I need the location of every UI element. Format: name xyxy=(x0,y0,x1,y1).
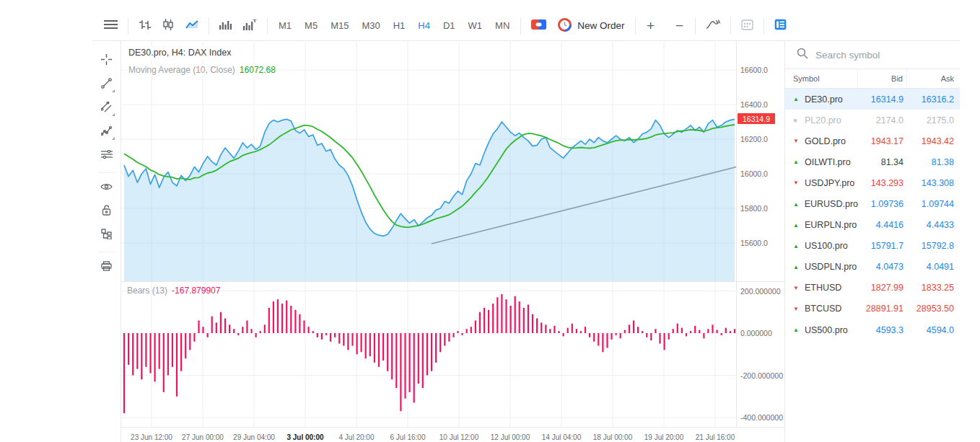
symbol-name: EURPLN.pro xyxy=(805,220,857,230)
bid-value: 1.09736 xyxy=(858,199,907,209)
watchlist-row-us500-pro[interactable]: ▲US500.pro4593.34594.0 xyxy=(785,319,960,340)
visibility-tool[interactable] xyxy=(96,177,118,198)
symbol-name: ETHUSD xyxy=(805,283,841,293)
market-watch-toggle-button[interactable] xyxy=(769,15,792,37)
watchlist-row-usdpln-pro[interactable]: ▲USDPLN.pro4.04734.0491 xyxy=(785,257,960,278)
panel-divider[interactable] xyxy=(121,281,784,282)
new-order-label: New Order xyxy=(577,20,624,31)
polyline-tool[interactable] xyxy=(96,121,118,143)
watchlist-row-usdjpy-pro[interactable]: ▼USDJPY.pro143.293143.308 xyxy=(785,172,960,193)
symbol-name: PL20.pro xyxy=(805,115,841,125)
bid-value: 81.34 xyxy=(858,157,907,167)
parallel-channel-tool[interactable] xyxy=(96,97,118,119)
timeframe-h1[interactable]: H1 xyxy=(387,15,412,37)
indicator-tick-label: -400.000000 xyxy=(740,413,783,422)
watchlist-row-gold-pro[interactable]: ▼GOLD.pro1943.171943.42 xyxy=(785,131,960,151)
lower-indicator-name: Bears (13) xyxy=(127,286,167,296)
lower-indicator-label: Bears (13)-167.879907 xyxy=(127,286,220,296)
ask-value: 143.308 xyxy=(907,178,960,188)
calendar-button[interactable] xyxy=(735,15,759,37)
symbol-name: OILWTI.pro xyxy=(805,157,851,167)
plus-icon: + xyxy=(647,19,655,32)
neutral-dot-icon: ● xyxy=(793,116,800,124)
main-chart-canvas[interactable] xyxy=(121,42,736,281)
trade-button[interactable] xyxy=(525,15,552,37)
objects-tree-tool[interactable] xyxy=(96,224,118,246)
current-price-tag: 16314.9 xyxy=(738,113,775,124)
drawing-tools-sidebar xyxy=(92,41,121,442)
new-order-button[interactable]: New Order xyxy=(552,15,630,37)
timeframe-mn[interactable]: MN xyxy=(489,15,516,37)
line-chart-type-button[interactable] xyxy=(180,15,204,37)
trade-icon xyxy=(531,19,546,32)
trading-app-window: M1M5M15M30H1H4D1W1MN New Order + − xyxy=(92,11,960,442)
symbol-name: EURUSD.pro xyxy=(805,199,858,209)
symbol-name: USDPLN.pro xyxy=(805,262,857,272)
print-tool[interactable] xyxy=(96,256,118,278)
trend-line-tool[interactable] xyxy=(96,74,118,95)
price-tick-label: 16200.0 xyxy=(740,135,768,143)
watchlist-row-oilwti-pro[interactable]: ▲OILWTI.pro81.3481.38 xyxy=(785,151,960,172)
candlestick-chart-type-button[interactable] xyxy=(157,15,180,37)
symbol-cell: ▲DE30.pro xyxy=(785,94,858,105)
price-tick-label: 16600.0 xyxy=(740,66,768,74)
zoom-out-button[interactable]: − xyxy=(669,15,691,37)
bid-value: 1943.17 xyxy=(858,136,907,146)
timeframe-group: M1M5M15M30H1H4D1W1MN xyxy=(272,15,516,37)
menu-button[interactable] xyxy=(98,15,123,37)
ask-column-header: Ask xyxy=(907,69,960,88)
symbol-name: GOLD.pro xyxy=(805,136,846,146)
watchlist-row-eurpln-pro[interactable]: ▲EURPLN.pro4.44164.4433 xyxy=(785,215,960,236)
zoom-in-button[interactable]: + xyxy=(640,15,662,37)
watchlist-row-ethusd[interactable]: ▼ETHUSD1827.991833.25 xyxy=(785,278,960,299)
timeframe-m30[interactable]: M30 xyxy=(355,15,386,37)
watchlist-row-eurusd-pro[interactable]: ▲EURUSD.pro1.097361.09744 xyxy=(785,193,960,214)
time-tick-label: 14 Jul 04:00 xyxy=(542,433,582,441)
time-tick-label: 21 Jul 16:00 xyxy=(696,433,735,441)
bar-chart-type-button[interactable] xyxy=(133,15,157,37)
crosshair-icon xyxy=(101,54,112,67)
volume-button[interactable] xyxy=(214,15,237,37)
tools-divider xyxy=(98,252,115,252)
line-chart-type-icon xyxy=(185,19,198,32)
lower-indicator-value: -167.879907 xyxy=(172,286,220,296)
watchlist-row-us100-pro[interactable]: ▲US100.pro15791.715792.8 xyxy=(785,236,960,257)
tools-divider xyxy=(98,172,115,173)
timeframe-m1[interactable]: M1 xyxy=(272,15,298,37)
crosshair-tool[interactable] xyxy=(96,50,118,71)
fibonacci-lines-tool[interactable] xyxy=(96,145,118,167)
indicators-button[interactable] xyxy=(700,15,726,37)
bar-chart-type-icon xyxy=(139,19,151,32)
up-arrow-icon: ▲ xyxy=(793,201,800,208)
time-tick-label: 29 Jun 04:00 xyxy=(233,433,275,441)
candlestick-chart-type-icon xyxy=(162,19,174,32)
lock-tool[interactable] xyxy=(96,200,118,222)
up-arrow-icon: ▲ xyxy=(793,222,800,229)
timeframe-h4[interactable]: H4 xyxy=(411,15,437,37)
tick-volume-button[interactable] xyxy=(237,15,263,37)
timeframe-m5[interactable]: M5 xyxy=(298,15,324,37)
indicator-tick-label: 0.000000 xyxy=(740,329,772,337)
price-tick-label: 15600.0 xyxy=(740,239,768,247)
bears-chart-svg xyxy=(121,281,736,427)
timeframe-w1[interactable]: W1 xyxy=(462,15,489,37)
symbol-cell: ▼BTCUSD xyxy=(785,304,858,314)
indicator-chart-canvas[interactable] xyxy=(121,281,736,427)
watchlist-row-de30-pro[interactable]: ▲DE30.pro16314.916316.2 xyxy=(785,89,960,110)
calendar-icon xyxy=(741,19,753,32)
chart-title: DE30.pro, H4: DAX Index xyxy=(127,46,235,59)
timeframe-d1[interactable]: D1 xyxy=(437,15,462,37)
search-input[interactable] xyxy=(815,50,945,61)
time-tick-label: 27 Jun 00:00 xyxy=(182,433,224,441)
time-tick-label: 6 Jul 16:00 xyxy=(390,433,426,441)
up-arrow-icon: ▲ xyxy=(793,159,800,165)
toolbar-separator xyxy=(730,18,731,34)
watchlist-row-btcusd[interactable]: ▼BTCUSD28891.9128953.50 xyxy=(785,299,960,319)
down-arrow-icon: ▼ xyxy=(793,285,800,291)
symbol-cell: ▲US100.pro xyxy=(785,241,858,251)
watchlist-row-pl20-pro[interactable]: ●PL20.pro2174.02175.0 xyxy=(785,110,960,131)
price-chart-svg xyxy=(121,42,736,281)
timeframe-m15[interactable]: M15 xyxy=(324,15,355,37)
ask-value: 16316.2 xyxy=(907,94,960,105)
ask-value: 1.09744 xyxy=(907,199,960,209)
